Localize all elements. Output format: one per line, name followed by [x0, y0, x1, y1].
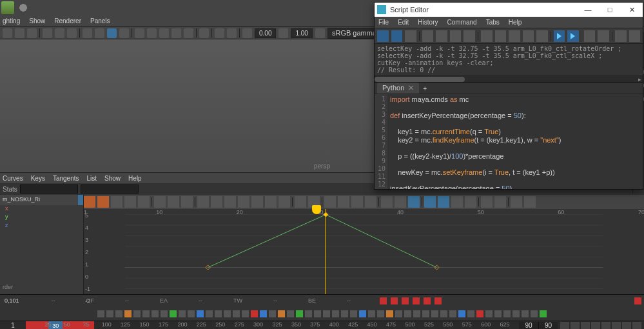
gamma-field[interactable]: 1.00: [291, 28, 312, 38]
region-icon[interactable]: [124, 196, 136, 208]
menu-tabs[interactable]: Tabs: [486, 19, 500, 26]
menu-show[interactable]: Show: [29, 17, 45, 25]
xray-joints-icon[interactable]: [227, 28, 237, 38]
anim-tool-icon[interactable]: [449, 310, 456, 317]
menu-list[interactable]: List: [87, 175, 97, 182]
anim-tool-icon[interactable]: [531, 310, 538, 317]
anim-tool-icon[interactable]: [161, 310, 168, 317]
search-icon[interactable]: [584, 30, 596, 42]
bookmark-icon[interactable]: [27, 28, 37, 38]
anim-tool-icon[interactable]: [512, 310, 520, 317]
anim-tool-icon[interactable]: [323, 310, 330, 317]
exposure-icon[interactable]: [242, 28, 252, 38]
menu-keys[interactable]: Keys: [31, 175, 45, 182]
anim-tool-icon[interactable]: [368, 310, 375, 317]
menu-help[interactable]: Help: [128, 175, 142, 182]
2d-pan-icon[interactable]: [55, 28, 64, 38]
step-fwd-button[interactable]: [622, 322, 631, 330]
free-tangent-icon[interactable]: [351, 196, 363, 208]
end-frame-field[interactable]: 90: [538, 322, 558, 329]
anim-tool-icon[interactable]: [233, 310, 240, 317]
tween-shape-icon[interactable]: [391, 297, 398, 304]
move-nearest-icon[interactable]: [84, 196, 95, 208]
shaded-icon[interactable]: [147, 28, 157, 38]
clear-all-icon[interactable]: [463, 30, 475, 42]
textured-icon[interactable]: [159, 28, 169, 38]
anim-tool-icon[interactable]: [97, 310, 104, 317]
anim-tool-icon[interactable]: [287, 310, 294, 317]
save-to-shelf-icon[interactable]: [422, 30, 434, 42]
flat-tangent-icon[interactable]: [251, 196, 263, 208]
viewtransform-icon[interactable]: [315, 28, 325, 38]
frame-all-icon[interactable]: [154, 196, 166, 208]
anim-tool-icon[interactable]: [151, 310, 159, 317]
retime-icon[interactable]: [138, 196, 150, 208]
script-editor-titlebar[interactable]: Script Editor — □ ✕: [375, 3, 643, 17]
film-gate-icon[interactable]: [95, 28, 104, 38]
isolate-icon[interactable]: [199, 28, 209, 38]
script-history-panel[interactable]: selectKey -add -k -t 32.75 -t 35.5 arm_L…: [375, 44, 643, 76]
stats-key-field[interactable]: [20, 184, 78, 194]
anim-tool-icon[interactable]: [314, 310, 321, 317]
tween-shape-icon[interactable]: [380, 297, 387, 304]
anim-tool-icon[interactable]: [197, 310, 204, 317]
anim-tool-icon[interactable]: [431, 310, 438, 317]
step-back-button[interactable]: [571, 322, 580, 330]
lights-icon[interactable]: [171, 28, 181, 38]
anim-tool-icon[interactable]: [278, 310, 285, 317]
current-time-marker[interactable]: [312, 205, 321, 214]
menu-panels[interactable]: Panels: [90, 17, 110, 25]
close-button[interactable]: ✕: [621, 3, 643, 17]
pre-infinity-icon[interactable]: [481, 196, 493, 208]
anim-tool-icon[interactable]: [404, 310, 411, 317]
anim-tool-icon[interactable]: [269, 310, 276, 317]
select-camera-icon[interactable]: [3, 28, 12, 38]
anim-tool-icon[interactable]: [251, 310, 258, 317]
outliner-channel-z[interactable]: z: [0, 222, 83, 230]
anim-tool-icon[interactable]: [332, 310, 339, 317]
outliner-node[interactable]: m_NOSKU_Ri: [0, 195, 83, 205]
anim-tool-icon[interactable]: [422, 310, 429, 317]
anim-tool-icon[interactable]: [133, 310, 141, 317]
lattice-icon[interactable]: [111, 196, 122, 208]
execute-all-button[interactable]: [567, 30, 579, 42]
exposure-field[interactable]: 0.00: [255, 28, 276, 38]
anim-tool-icon[interactable]: [386, 310, 393, 317]
menu-history[interactable]: History: [418, 19, 438, 26]
break-tangent-icon[interactable]: [324, 196, 336, 208]
plateau-tangent-icon[interactable]: [278, 196, 290, 208]
anim-tool-icon[interactable]: [413, 310, 420, 317]
range-start[interactable]: 1: [0, 322, 26, 329]
time-snap-icon[interactable]: [381, 196, 393, 208]
cmd-ref-icon[interactable]: [615, 30, 627, 42]
play-fwd-button[interactable]: [601, 322, 610, 330]
save-script-icon[interactable]: [405, 30, 416, 42]
clear-input-icon[interactable]: [450, 30, 462, 42]
step-tangent-icon[interactable]: [265, 196, 277, 208]
renormalize-icon[interactable]: [465, 196, 476, 208]
clamped-tangent-icon[interactable]: [224, 196, 236, 208]
camera-attributes-icon[interactable]: [15, 28, 24, 38]
anim-tool-icon[interactable]: [395, 310, 402, 317]
anim-tool-icon[interactable]: [476, 310, 483, 317]
center-icon[interactable]: [181, 196, 193, 208]
shadows-icon[interactable]: [184, 28, 193, 38]
goto-line-icon[interactable]: [598, 30, 609, 42]
close-tab-icon[interactable]: ✕: [408, 84, 414, 92]
line-numbers-icon[interactable]: [536, 30, 548, 42]
menu-file[interactable]: File: [378, 19, 389, 26]
minimize-button[interactable]: —: [577, 3, 599, 17]
anim-tool-icon[interactable]: [305, 310, 312, 317]
script-input-panel[interactable]: 123456789101112 import maya.cmds as mc d…: [375, 94, 643, 189]
echo-all-icon[interactable]: [523, 30, 534, 42]
source-script-icon[interactable]: [391, 30, 403, 42]
anim-tool-icon[interactable]: [494, 310, 502, 317]
anim-tool-icon[interactable]: [260, 310, 267, 317]
post-infinity-icon[interactable]: [494, 196, 506, 208]
gamma-icon[interactable]: [278, 28, 288, 38]
time-slider-track[interactable]: 30 2550751001251501752002252502753003253…: [26, 321, 519, 330]
isolate-curve-icon[interactable]: [408, 196, 420, 208]
next-key-button[interactable]: [612, 322, 621, 330]
stats-value-field[interactable]: [81, 184, 139, 194]
anim-tool-icon[interactable]: [503, 310, 511, 317]
